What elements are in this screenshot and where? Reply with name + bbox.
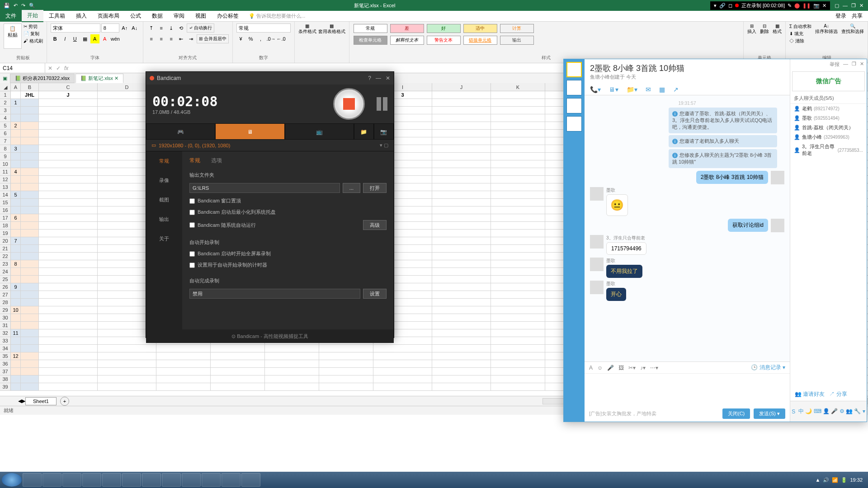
image-message[interactable]: 😐 [606,194,628,216]
chk-autorun[interactable]: Bandicam 随系统自动运行 [189,222,360,229]
taskbar-qq-icon[interactable] [162,473,181,487]
close-icon[interactable]: ✕ [386,75,390,81]
ad-banner[interactable]: 微信广告 [792,71,865,91]
font-tool-icon[interactable]: A [589,365,593,371]
avatar[interactable] [771,219,784,232]
underline-button[interactable]: U [71,34,80,43]
align-bot-icon[interactable]: ⤓ [167,23,176,33]
clear-button[interactable]: ◇ 清除 [789,38,811,44]
undo-icon[interactable]: ↶ [14,3,18,9]
call-icon[interactable]: 📞▾ [590,86,601,93]
font-size-select[interactable] [101,23,119,33]
percent-icon[interactable]: % [246,34,255,43]
tab-layout[interactable]: 页面布局 [92,10,125,22]
taskbar-app-icon[interactable] [142,473,161,487]
taskbar-app-icon[interactable] [202,473,221,487]
tab-review[interactable]: 审阅 [168,10,190,22]
italic-button[interactable]: I [61,34,70,43]
session-avatar[interactable] [566,116,582,131]
phonetic-button[interactable]: wén [110,34,119,43]
format-cells-button[interactable]: ▦格式 [773,23,782,35]
video-icon[interactable]: 🖥▾ [609,86,618,93]
sticker-message[interactable]: 开心 [606,288,626,301]
promo-bar[interactable]: S 中 🌙 ⌨ 👤 🎤 ⚙ 👥 🔧 ▾ [790,401,867,422]
taskbar-app-icon[interactable] [102,473,121,487]
align-right-icon[interactable]: ≡ [167,34,176,43]
autoend-select[interactable] [189,289,360,299]
subtab-general[interactable]: 常规 [189,157,200,164]
more-icon[interactable]: ⋯▾ [650,365,658,371]
record-stop-button[interactable] [333,88,365,120]
member-item[interactable]: 👤鱼塘小峰(329499963) [790,132,867,142]
painter-button[interactable]: 🖌 格式刷 [24,38,43,44]
set-button[interactable]: 设置 [363,289,387,299]
mode-game[interactable]: 🎮 [146,123,215,140]
taskbar-ie-icon[interactable] [23,473,42,487]
message-list[interactable]: 19:31:57 i您邀请了墨歌、首跳-荔枝（闭关闭关）、3。浮生只合尊前老加入… [585,95,790,361]
sheet-nav-first-icon[interactable]: ◀ [18,398,22,404]
advanced-button[interactable]: 高级 [363,220,387,230]
style-normal[interactable]: 常规 [354,24,387,33]
add-sheet-button[interactable]: + [60,397,69,406]
fill-button[interactable]: ⬇ 填充 [789,31,811,37]
find-select-button[interactable]: 🔍查找和选择 [841,23,864,35]
sort-filter-button[interactable]: A↓排序和筛选 [815,23,838,35]
sidebar-about[interactable]: 关于 [146,229,182,249]
copy-button[interactable]: 📄 复制 [24,31,43,37]
style-link[interactable]: 链接单元格 [463,36,497,45]
minimize-icon[interactable]: — [843,3,848,9]
border-button[interactable]: ▦ [80,34,90,43]
cancel-fx-icon[interactable]: ✕ [48,65,52,71]
sticker-message[interactable]: 不用我拉了 [606,265,642,278]
member-item[interactable]: 👤老鹤(892174972) [790,104,867,113]
table-format-button[interactable]: ▦套用表格格式 [318,23,345,35]
tab-home[interactable]: 开始 [22,10,43,22]
emoji-icon[interactable]: ☺ [597,365,603,371]
col-header[interactable]: B [21,83,39,91]
browse-button[interactable]: ... [343,183,360,193]
align-left-icon[interactable]: ≡ [147,34,156,43]
session-avatar[interactable] [566,80,582,95]
tab-view[interactable]: 视图 [190,10,212,22]
redo-icon[interactable]: ↷ [21,3,25,9]
share-icon[interactable]: ↗ [673,86,679,93]
autosum-button[interactable]: Σ 自动求和 [789,23,811,30]
rec-stop-icon[interactable]: ⬤ [794,3,800,9]
style-good[interactable]: 好 [427,24,461,33]
font-color-button[interactable]: A [100,34,109,43]
chk-ontop[interactable]: Bandicam 窗口置顶 [189,197,387,204]
number-format-select[interactable] [236,23,291,33]
select-all-corner[interactable]: ◢ [0,83,11,91]
currency-icon[interactable]: ¥ [236,34,245,43]
capture-target[interactable]: ▭ 868x488 - (0, 0), (1920, 1080) ▾ ▢ [146,140,394,151]
close-icon[interactable]: ✕ [859,3,863,9]
delete-cells-button[interactable]: ⊟删除 [760,23,769,35]
session-avatar[interactable] [566,98,582,113]
enter-fx-icon[interactable]: ✓ [56,65,61,71]
send-button[interactable]: 发送(S) ▾ [754,408,785,419]
clock[interactable]: 19:32 [850,477,863,483]
help-icon[interactable]: ? [368,75,371,81]
maximize-icon[interactable]: ❐ [851,3,856,9]
merge-button[interactable]: ⊞ 合并后居中 [197,34,229,43]
start-button[interactable] [2,473,22,487]
avatar[interactable] [771,171,784,184]
camera-icon[interactable]: 📷 [813,3,820,9]
tab-officetab[interactable]: 办公标签 [212,10,244,22]
taskbar-app-icon[interactable] [122,473,141,487]
taskbar-explorer-icon[interactable] [62,473,81,487]
tray-icon[interactable]: ▲ [816,477,821,483]
shrink-font-icon[interactable]: A↓ [130,23,139,33]
message-input[interactable] [585,373,790,406]
output-dir-input[interactable] [189,183,340,193]
insert-cells-button[interactable]: ⊞插入 [747,23,756,35]
voice-icon[interactable]: 🎤 [607,365,614,371]
target-icon[interactable]: ◻ [728,3,732,9]
col-header[interactable]: A [11,83,21,91]
member-item[interactable]: 👤首跳-荔枝（闭关闭关） [790,123,867,132]
style-bad[interactable]: 差 [390,24,424,33]
rec-close-icon[interactable]: ✕ [822,3,826,9]
bandicam-titlebar[interactable]: Bandicam ? — ✕ [146,72,394,84]
indent-inc-icon[interactable]: ⇥ [187,34,196,43]
preview-icon[interactable]: 🔍 [29,3,35,9]
